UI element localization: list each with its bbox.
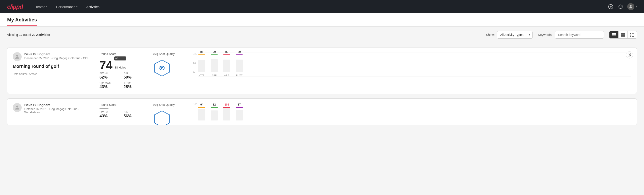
chart-y-axis-2: 100 (193, 103, 197, 124)
card-meta-2: Dave Billingham October 16, 2021 - Gog M… (24, 103, 88, 114)
svg-rect-10 (623, 35, 625, 36)
show-filter-group: Show: All Activity Types (486, 31, 533, 38)
bar-putt: 89 PUTT (236, 50, 243, 77)
nav-actions: ▾ (608, 3, 637, 10)
round-score-label-2: Round Score (100, 103, 142, 106)
avatar (627, 3, 634, 10)
teams-chevron-icon: ▾ (46, 6, 47, 8)
card-content-2: Dave Billingham October 16, 2021 - Gog M… (13, 103, 631, 125)
avg-quality-section: Avg Shot Quality 89 (146, 52, 182, 89)
bar-track (211, 54, 218, 72)
user-icon (15, 54, 20, 59)
svg-rect-11 (630, 33, 631, 34)
bar-app-2: 82 (211, 103, 218, 120)
activity-card: Dave Billingham December 05, 2021 - Gog … (7, 48, 637, 94)
svg-rect-16 (632, 36, 634, 36)
navbar: clippd Teams ▾ Performance ▾ Activities (0, 0, 644, 14)
round-score-row: 74 +4 18 Holes (100, 56, 142, 71)
score-value: 74 (100, 59, 112, 71)
bar-app: 90 APP (211, 50, 218, 77)
gir-2: GIR 56% (124, 111, 142, 118)
date-course: December 05, 2021 - Gog Magog Golf Club … (24, 56, 88, 60)
player-name-2: Dave Billingham (24, 103, 88, 107)
keywords-filter-group: Keywords: (538, 31, 604, 38)
nav-links: Teams ▾ Performance ▾ Activities (32, 3, 608, 10)
score-partial (100, 108, 108, 109)
activities-list: Dave Billingham December 05, 2021 - Gog … (0, 43, 644, 134)
bar-ott: 85 OTT (198, 50, 205, 77)
round-score-section-2: Round Score FW Hit 43% GIR 56% (93, 103, 142, 125)
bar-track (198, 54, 205, 72)
filter-bar: Viewing 12 out of 29 Activities Show: Al… (0, 26, 644, 43)
nav-performance[interactable]: Performance ▾ (53, 3, 81, 10)
chart-y-axis: 100 50 0 (193, 52, 197, 74)
fw-hit-2: FW Hit 43% (100, 111, 118, 118)
detailed-stats-2: FW Hit 43% GIR 56% (100, 111, 142, 118)
keywords-label: Keywords: (538, 33, 552, 36)
profile-chevron-icon: ▾ (636, 6, 637, 8)
activity-type-wrapper: All Activity Types (497, 31, 533, 38)
fw-hit-stat: FW Hit 62% (100, 72, 118, 80)
activity-type-select[interactable]: All Activity Types (497, 31, 533, 38)
bar-track (236, 54, 243, 72)
page-header: My Activities (0, 14, 644, 26)
svg-rect-12 (632, 34, 634, 34)
bar-chart-2: 94 82 (198, 103, 631, 120)
avatar-2 (13, 103, 22, 112)
activity-card-2: Dave Billingham October 16, 2021 - Gog M… (7, 98, 637, 125)
refresh-icon[interactable] (618, 4, 624, 10)
chart-section: 100 50 0 85 (187, 52, 631, 89)
bar-track (223, 54, 230, 72)
view-toggle-compact[interactable] (610, 31, 618, 38)
chart-section-2: 100 94 82 (187, 103, 631, 125)
bar-chart-container-2: 100 94 82 (193, 103, 631, 125)
svg-rect-13 (630, 34, 631, 36)
score-diff-badge: +4 (114, 56, 126, 60)
page-title: My Activities (7, 17, 37, 26)
hexagon: 89 (153, 59, 171, 77)
grid-icon (621, 33, 625, 36)
bar-chart-container: 100 50 0 85 (193, 52, 631, 81)
svg-rect-15 (630, 36, 631, 36)
add-activity-icon[interactable] (608, 4, 614, 10)
svg-rect-8 (623, 33, 625, 34)
date-course-2: October 16, 2021 - Gog Magog Golf Club -… (24, 107, 88, 114)
nav-activities[interactable]: Activities (83, 3, 103, 10)
view-toggle-grid[interactable] (618, 31, 628, 38)
round-score-label: Round Score (100, 52, 142, 56)
svg-rect-7 (621, 33, 623, 34)
svg-rect-6 (612, 36, 616, 36)
compact-list-icon (612, 33, 616, 36)
bar-arg: 89 ARG (223, 50, 230, 77)
user-profile[interactable]: ▾ (627, 3, 637, 10)
bar-chart: 85 OTT 90 (198, 52, 631, 81)
bar-indicator-app (211, 54, 218, 55)
bar-indicator-ott (198, 54, 205, 55)
bar-indicator-putt (236, 54, 243, 55)
hex-quality-value: 89 (159, 65, 165, 71)
avatar (13, 52, 22, 61)
gir-stat: GIR 50% (124, 72, 142, 80)
card-header: Dave Billingham December 05, 2021 - Gog … (13, 52, 88, 61)
view-toggle-list[interactable] (628, 31, 637, 38)
viewing-count-text: Viewing 12 out of 29 Activities (7, 33, 481, 36)
updown-stat: Up/Down 43% (100, 82, 118, 89)
list-icon (630, 33, 634, 36)
app-logo[interactable]: clippd (7, 3, 23, 10)
hexagon-2 (153, 110, 171, 125)
svg-marker-18 (154, 111, 170, 125)
bar-indicator-arg (223, 54, 230, 55)
search-input[interactable] (555, 31, 604, 38)
card-meta: Dave Billingham December 05, 2021 - Gog … (24, 52, 88, 60)
svg-rect-5 (612, 35, 616, 36)
performance-chevron-icon: ▾ (76, 6, 78, 8)
detailed-stats: FW Hit 62% GIR 50% Up/Down 43% 1 Putt 28… (100, 72, 142, 89)
bar-ott-2: 94 (198, 103, 205, 120)
bar-arg-2: 106 (223, 103, 230, 120)
one-putt-stat: 1 Putt 28% (124, 82, 142, 89)
nav-teams[interactable]: Teams ▾ (32, 3, 51, 10)
svg-rect-4 (612, 34, 616, 34)
avg-quality-label-2: Avg Shot Quality (153, 103, 175, 106)
card-left-2: Dave Billingham October 16, 2021 - Gog M… (13, 103, 88, 125)
avg-quality-section-2: Avg Shot Quality (146, 103, 182, 125)
